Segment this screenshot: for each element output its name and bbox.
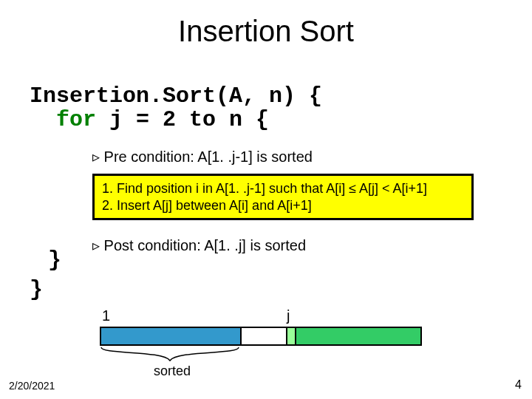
array-index-j-label: j	[287, 307, 290, 324]
array-bar	[100, 327, 422, 346]
close-brace-inner: }	[48, 248, 61, 273]
code-line2-indent	[30, 107, 56, 132]
sorted-label: sorted	[154, 364, 191, 379]
steps-callout-box: 1. Find position i in A[1. .j-1] such th…	[92, 174, 474, 220]
code-line1: Insertion.Sort(A, n) {	[30, 83, 322, 109]
array-gap-segment	[242, 328, 286, 344]
code-block: Insertion.Sort(A, n) { for j = 2 to n {	[30, 85, 322, 132]
slide-title: Insertion Sort	[0, 15, 532, 48]
footer-date: 2/20/2021	[9, 380, 55, 392]
precondition-text: ▹ Pre condition: A[1. .j-1] is sorted	[92, 148, 313, 166]
array-unsorted-segment	[296, 328, 420, 344]
array-sorted-segment	[101, 328, 242, 344]
slide: Insertion Sort Insertion.Sort(A, n) { fo…	[0, 0, 532, 399]
code-line2-rest: j = 2 to n {	[96, 107, 269, 132]
close-brace-outer: }	[30, 277, 43, 302]
step-1: 1. Find position i in A[1. .j-1] such th…	[102, 180, 464, 197]
array-current-j-cell	[286, 328, 296, 344]
footer-page-number: 4	[515, 378, 522, 392]
sorted-brace-icon	[100, 346, 240, 362]
array-index-1-label: 1	[102, 307, 110, 324]
code-keyword-for: for	[56, 107, 96, 132]
postcondition-text: ▹ Post condition: A[1. .j] is sorted	[92, 236, 306, 254]
step-2: 2. Insert A[j] between A[i] and A[i+1]	[102, 197, 464, 214]
